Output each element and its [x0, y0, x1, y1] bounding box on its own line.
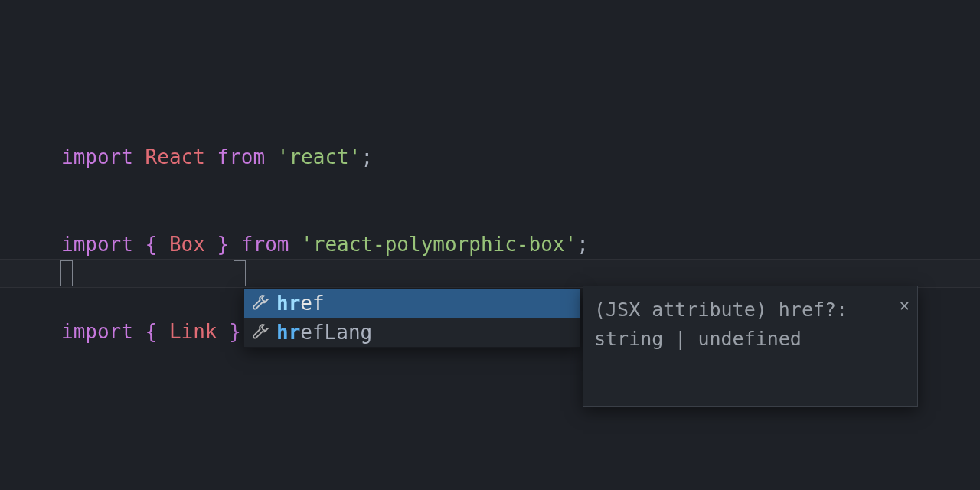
code-line: import React from 'react'; — [61, 142, 980, 172]
autocomplete-item[interactable]: href — [244, 289, 580, 318]
close-icon[interactable]: ✕ — [900, 291, 910, 320]
type-hint-tooltip: ✕ (JSX attribute) href?: string | undefi… — [583, 286, 918, 407]
wrench-icon — [252, 324, 269, 341]
autocomplete-match: hr — [276, 292, 300, 315]
autocomplete-item[interactable]: hrefLang — [244, 318, 580, 347]
autocomplete-rest: ef — [300, 292, 324, 315]
tooltip-line: (JSX attribute) href?: — [594, 296, 906, 325]
wrench-icon — [252, 295, 269, 312]
autocomplete-match: hr — [276, 321, 300, 344]
autocomplete-rest: efLang — [300, 321, 372, 344]
tooltip-line: string | undefined — [594, 325, 906, 354]
code-line: import { Box } from 'react-polymorphic-b… — [61, 230, 980, 259]
code-line — [61, 404, 980, 433]
autocomplete-popup[interactable]: href hrefLang — [243, 288, 580, 348]
code-editor[interactable]: import React from 'react'; import { Box … — [0, 0, 980, 490]
